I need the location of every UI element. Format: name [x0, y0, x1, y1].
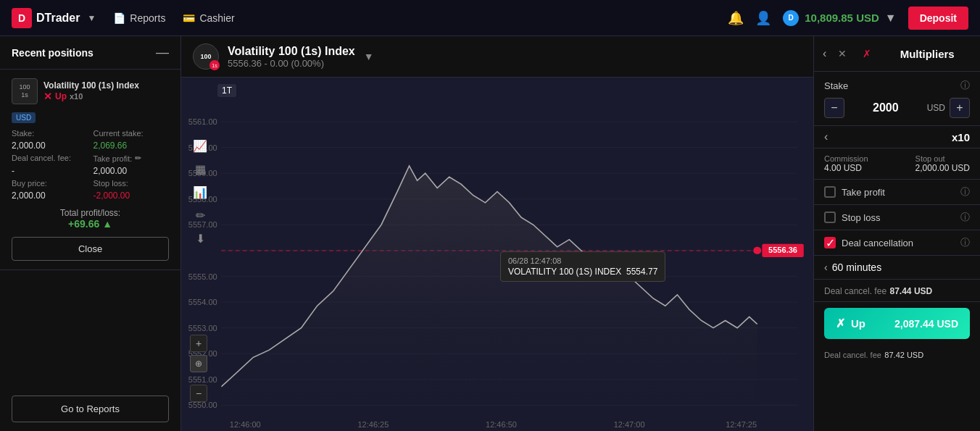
commission-row: Commission 4.00 USD Stop out 2,000.00 US… [814, 148, 980, 180]
minimize-icon[interactable]: — [156, 45, 169, 60]
close-position-button[interactable]: Close [12, 237, 169, 261]
take-profit-edit-icon[interactable]: ✏ [135, 154, 141, 163]
timeframe-label: 1T [217, 83, 236, 96]
mult-back-icon[interactable]: ‹ [824, 130, 828, 143]
header-nav: 📄 Reports 💳 Cashier [113, 12, 234, 24]
line-chart-button[interactable]: 📈 [190, 135, 210, 156]
area-chart-button[interactable]: ▦ [190, 159, 210, 179]
chart-price: 5556.36 - 0.00 (0.00%) [228, 58, 355, 69]
stake-label-row: Stake ⓘ [824, 79, 970, 92]
bottom-fee-label: Deal cancel. fee [824, 351, 881, 359]
stake-currency: USD [927, 103, 945, 113]
commission-value: 4.00 USD [824, 163, 868, 173]
nav-reports[interactable]: 📄 Reports [113, 12, 165, 24]
header: D DTrader ▼ 📄 Reports 💳 Cashier 🔔 👤 D 10… [0, 0, 980, 36]
logo-area[interactable]: D DTrader ▼ [12, 8, 96, 28]
cancel-back-icon[interactable]: ‹ [824, 261, 828, 273]
stop-loss-value: -2,000.00 [94, 191, 170, 201]
stop-out-item: Stop out 2,000.00 USD [915, 154, 970, 173]
stake-section: Stake ⓘ − 2000 USD + [814, 72, 980, 126]
download-button[interactable]: ⬇ [190, 228, 210, 248]
chart-tools: 📈 ▦ 📊 ✏ ⬇ [190, 135, 210, 248]
take-profit-option-label: Take profit [842, 187, 955, 198]
nav-cashier[interactable]: 💳 Cashier [183, 12, 234, 24]
crosshair-button[interactable]: ⊕ [190, 355, 207, 372]
take-profit-checkbox[interactable] [824, 186, 836, 198]
svg-text:5561.00: 5561.00 [188, 117, 217, 125]
panel-icon-cross-btn[interactable]: ✕ [832, 43, 852, 64]
deal-cancel-fee-row: Deal cancel. fee 87.44 USD [814, 280, 980, 302]
stake-minus-button[interactable]: − [824, 98, 844, 118]
current-stake-value: 2,069.66 [94, 141, 170, 151]
deal-cancel-info-icon[interactable]: ⓘ [960, 236, 970, 249]
panel-back-icon[interactable]: ‹ [823, 47, 826, 60]
draw-tool-button[interactable]: ✏ [190, 205, 210, 225]
cancel-minutes-value: 60 minutes [832, 261, 881, 273]
balance-chevron-icon[interactable]: ▼ [885, 12, 897, 25]
take-profit-value: 2,000.00 [94, 166, 170, 176]
deal-cancel-option-label: Deal cancellation [842, 238, 955, 248]
deal-cancel-checkbox[interactable]: ✓ [824, 237, 836, 248]
stop-loss-label: Stop loss: [94, 179, 170, 188]
position-info: Volatility 100 (1s) Index ✕ Up x10 [43, 80, 139, 102]
take-profit-info-icon[interactable]: ⓘ [960, 185, 970, 198]
reports-icon: 📄 [113, 12, 125, 24]
total-pnl: Total profit/loss: +69.66 ▲ [12, 201, 169, 234]
bottom-fee-area: Deal cancel. fee 87.42 USD [814, 345, 980, 367]
deposit-button[interactable]: Deposit [908, 7, 968, 30]
deal-cancel-fee-value: 87.44 USD [890, 286, 933, 296]
zoom-out-button[interactable]: − [190, 385, 207, 402]
stop-loss-row: Stop loss ⓘ [814, 205, 980, 230]
main-layout: Recent positions — 1001s Volatility 100 … [0, 36, 980, 431]
multiplier-value: x10 [952, 131, 970, 143]
svg-text:12:46:25: 12:46:25 [357, 420, 389, 428]
stop-loss-checkbox[interactable] [824, 212, 836, 223]
zoom-in-button[interactable]: + [190, 335, 207, 352]
deriv-coin-icon: D [783, 10, 799, 26]
stake-label: Stake [824, 80, 848, 91]
commission-item: Commission 4.00 USD [824, 154, 868, 173]
stake-info-icon[interactable]: ⓘ [960, 79, 970, 92]
stake-value: 2000 [849, 101, 923, 114]
stake-plus-button[interactable]: + [950, 98, 970, 118]
stop-out-label: Stop out [915, 154, 970, 163]
candle-chart-button[interactable]: 📊 [190, 182, 210, 202]
logo-icon: D [12, 8, 32, 28]
chart-svg: 5561.00 5560.00 5559.00 5558.00 5557.00 … [181, 78, 813, 431]
stop-out-value: 2,000.00 USD [915, 163, 970, 173]
panel-title: Multipliers [900, 48, 955, 60]
buy-price-label: Buy price: [12, 179, 88, 188]
zoom-dots: ··· [190, 375, 207, 383]
panel-icon-x-btn[interactable]: ✗ [857, 43, 877, 64]
position-name: Volatility 100 (1s) Index [43, 80, 139, 91]
up-x-icon: ✗ [836, 317, 845, 330]
account-icon[interactable]: 👤 [755, 10, 771, 26]
up-arrow-icon: ✕ [43, 91, 52, 102]
chart-title: Volatility 100 (1s) Index [228, 45, 355, 58]
symbol-badge: 1s [209, 60, 220, 70]
goto-reports-button[interactable]: Go to Reports [12, 396, 169, 422]
total-pnl-value: +69.66 ▲ [12, 218, 169, 230]
currency-badge: USD [12, 112, 36, 123]
header-right: 🔔 👤 D 10,809.85 USD ▼ Deposit [728, 7, 968, 30]
chart-dropdown-icon[interactable]: ▼ [364, 51, 374, 62]
balance-area: D 10,809.85 USD ▼ [783, 10, 896, 26]
up-trade-button[interactable]: ✗ Up 2,087.44 USD [824, 308, 970, 339]
chart-header: 100 1s Volatility 100 (1s) Index 5556.36… [181, 36, 813, 78]
up-label: Up [851, 317, 865, 330]
sidebar: Recent positions — 1001s Volatility 100 … [0, 36, 181, 431]
notifications-icon[interactable]: 🔔 [728, 10, 744, 26]
chart-title-area: Volatility 100 (1s) Index 5556.36 - 0.00… [228, 45, 355, 69]
stop-loss-option-label: Stop loss [842, 212, 955, 223]
panel-icons: ✕ ✗ [832, 43, 877, 64]
deal-cancel-fee-label: Deal cancel. fee [824, 286, 886, 296]
stop-loss-info-icon[interactable]: ⓘ [960, 211, 970, 224]
panel-nav: ‹ ✕ ✗ Multipliers [814, 36, 980, 72]
zoom-controls: + ⊕ ··· − [190, 335, 207, 402]
deal-cancel-option-row: ✓ Deal cancellation ⓘ [814, 230, 980, 256]
multiplier-row: ‹ x10 [814, 126, 980, 148]
goto-reports-area: Go to Reports [0, 387, 180, 431]
take-profit-label: Take profit: ✏ [94, 154, 170, 163]
svg-text:5550.00: 5550.00 [188, 401, 217, 409]
buy-price-value: 2,000.00 [12, 191, 88, 201]
